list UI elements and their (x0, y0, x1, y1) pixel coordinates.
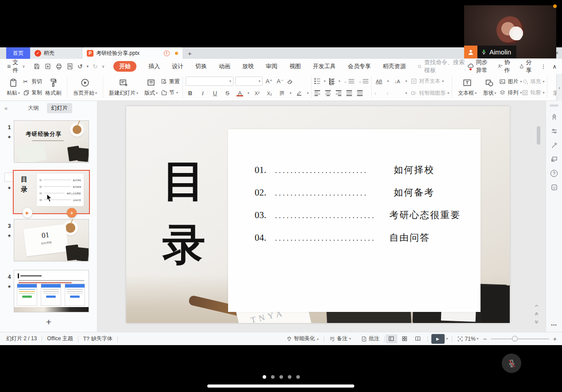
slideshow-play-button[interactable]: ▶ (431, 334, 445, 344)
underline-button[interactable]: U (210, 90, 220, 96)
italic-button[interactable]: I (198, 90, 207, 97)
align-right-icon[interactable] (336, 90, 341, 96)
align-center-icon[interactable] (325, 90, 331, 96)
carousel-dot[interactable] (279, 375, 283, 379)
new-slide-button[interactable]: 新建幻灯片▾ (106, 78, 141, 97)
increase-font-button[interactable]: A⁺ (264, 78, 274, 85)
play-from-page-button[interactable]: 当页开始▾ (70, 78, 100, 97)
slide-sorter-view-button[interactable] (399, 334, 411, 343)
sync-status-button[interactable]: 同步异常 (467, 58, 491, 74)
new-tab-button[interactable]: + (182, 47, 197, 59)
file-menu-button[interactable]: ≡ 文件 ∨ (0, 58, 29, 74)
ribbon-tab-design[interactable]: 设计 (172, 62, 183, 70)
sync-warning-icon[interactable]: ! (164, 50, 170, 56)
reading-view-button[interactable] (412, 334, 424, 343)
copy-button[interactable]: 复制 (23, 88, 42, 98)
shapes-button[interactable]: 形状▾ (480, 78, 499, 97)
superscript-button[interactable]: X² (252, 91, 262, 96)
tab-slides[interactable]: 幻灯片 (47, 103, 73, 113)
font-color-button[interactable]: A (235, 90, 244, 96)
ribbon-tab-slideshow[interactable]: 放映 (242, 62, 254, 70)
carousel-dot[interactable] (296, 375, 300, 379)
dropdown-icon[interactable]: ▾ (446, 337, 448, 341)
slide-1-thumbnail[interactable]: 考研经验分享 (14, 120, 89, 163)
toolbar-expand-button[interactable]: › (556, 74, 562, 101)
slide-3-thumbnail[interactable]: 01 如何择校 (14, 219, 89, 261)
toc-vertical-title[interactable]: 目录 (163, 150, 202, 277)
collapse-panel-button[interactable]: « (0, 105, 12, 111)
comments-button[interactable]: 批注 (356, 335, 384, 342)
paragraph-spacing-icon[interactable]: ↕ (387, 91, 395, 96)
toc-content-card[interactable]: 01. ........................ 如何择校 02. ..… (228, 129, 481, 312)
mute-mic-button[interactable] (502, 354, 521, 373)
slide-4-thumbnail[interactable] (14, 270, 89, 312)
ribbon-tab-transition[interactable]: 切换 (195, 62, 207, 70)
help-icon[interactable]: ? (550, 170, 558, 177)
zoom-slider[interactable] (491, 338, 549, 339)
tab-outline[interactable]: 大纲 (23, 103, 43, 113)
print-icon[interactable] (55, 63, 62, 70)
carousel-dot-active[interactable] (263, 375, 266, 379)
strikethrough-button[interactable]: S (223, 90, 232, 96)
add-slide-badge[interactable]: + (67, 208, 77, 218)
collapse-ribbon-icon[interactable]: ∧ (552, 63, 557, 70)
reset-button[interactable]: 重置 (161, 77, 180, 87)
zoom-slider-thumb[interactable] (512, 336, 518, 342)
missing-font-warning[interactable]: T? 缺失字体 (78, 335, 117, 342)
bullet-list-icon[interactable] (314, 78, 320, 84)
clear-format-icon[interactable] (287, 78, 294, 85)
justify-icon[interactable] (346, 90, 352, 96)
zoom-in-button[interactable]: + (553, 335, 557, 342)
carousel-dot[interactable] (271, 375, 275, 379)
tab-document[interactable]: P 考研经验分享.pptx ! (82, 47, 182, 59)
highlight-button[interactable] (295, 89, 304, 97)
ribbon-tab-devtools[interactable]: 开发工具 (313, 62, 336, 70)
fit-slide-button[interactable] (452, 336, 465, 342)
paste-button[interactable]: 粘贴▾ (4, 78, 23, 97)
ribbon-tab-home[interactable]: 开始 (113, 61, 136, 72)
convert-smart-graphic-button[interactable]: 转智能图形▾ (411, 88, 449, 98)
text-direction-button[interactable]: ↓A (392, 79, 402, 84)
ribbon-tab-view[interactable]: 视图 (289, 62, 301, 70)
effects-wand-icon[interactable] (550, 142, 558, 149)
align-left-icon[interactable] (314, 90, 320, 96)
section-button[interactable]: 节▾ (161, 88, 180, 98)
next-slide-icon[interactable] (534, 319, 539, 324)
play-slide-badge[interactable]: ▶ (23, 208, 32, 218)
decrease-indent-icon[interactable]: ← (344, 79, 354, 84)
distribute-text-icon[interactable] (357, 90, 363, 96)
ribbon-tab-insert[interactable]: 插入 (148, 62, 160, 70)
ribbon-tab-animation[interactable]: 动画 (219, 62, 230, 70)
scrollbar-thumb[interactable] (537, 126, 540, 145)
webcam-video-tile[interactable]: Aimolin (464, 5, 556, 58)
layout-button[interactable]: 版式▾ (141, 78, 161, 97)
share-button[interactable]: 分享 (519, 58, 535, 74)
export-icon[interactable] (44, 63, 51, 70)
tab-docer[interactable]: ✓ 稻壳 (30, 47, 82, 59)
textbox-button[interactable]: 文本框▾ (455, 78, 480, 97)
numbered-list-icon[interactable] (329, 78, 335, 84)
bold-button[interactable]: B (186, 90, 195, 96)
picture-button[interactable]: 图片▾ (499, 77, 522, 87)
line-spacing-icon[interactable]: ↕ (374, 91, 383, 96)
redo-icon[interactable]: ↻ (93, 63, 98, 70)
sidebar-more-icon[interactable]: ••• (551, 323, 557, 327)
line-height-icon[interactable]: ▾ (399, 91, 407, 95)
carousel-dot[interactable] (288, 375, 291, 379)
fill-button[interactable]: 填充▾ (522, 77, 544, 87)
customize-quickbar-icon[interactable]: ∨ (102, 64, 105, 69)
notes-button[interactable]: 备注 ▾ (324, 335, 356, 342)
character-spacing-button[interactable]: AB (374, 79, 384, 84)
outline-button[interactable]: 轮廓▾ (522, 88, 544, 98)
add-slide-button[interactable]: + (0, 317, 97, 327)
ribbon-tab-membership[interactable]: 会员专享 (348, 62, 371, 70)
font-family-select[interactable]: ▾ (186, 77, 233, 86)
zoom-level[interactable]: 71% (465, 336, 476, 342)
ribbon-tab-docer-resources[interactable]: 稻壳资源 (383, 62, 406, 70)
zoom-out-button[interactable]: − (483, 335, 487, 342)
sidebar-drag-handle[interactable] (550, 104, 558, 107)
pinyin-guide-button[interactable]: 拼 (277, 90, 287, 96)
undo-dropdown-icon[interactable]: ▾ (86, 64, 89, 69)
scroll-up-icon[interactable] (534, 304, 539, 308)
smart-beautify-button[interactable]: 智能美化 ▴ (281, 335, 324, 342)
